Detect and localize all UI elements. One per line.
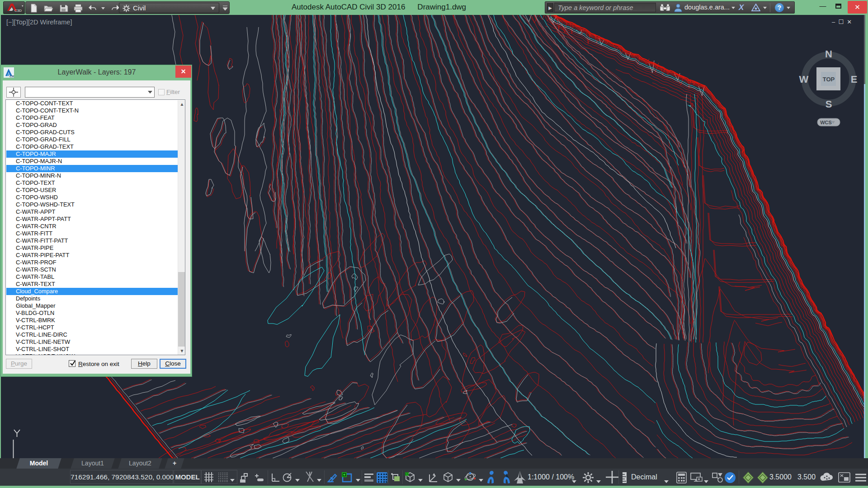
svg-text:W: W — [799, 74, 809, 85]
svg-text:S: S — [826, 99, 832, 110]
svg-text:TOP: TOP — [823, 76, 835, 83]
svg-text:E: E — [851, 74, 858, 85]
svg-text:N: N — [825, 48, 832, 60]
svg-text:C3D: C3D — [14, 9, 22, 13]
svg-text:WCS: WCS — [820, 120, 832, 125]
svg-text:C3D: C3D — [9, 75, 14, 78]
